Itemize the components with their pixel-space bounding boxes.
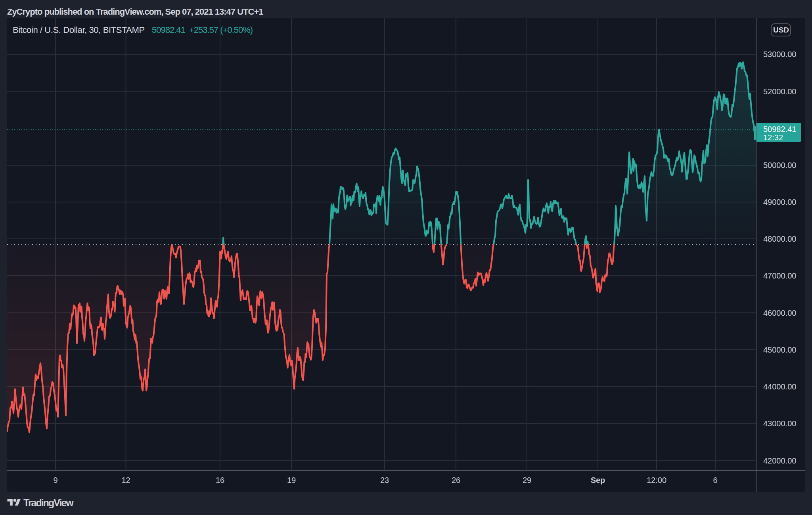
svg-text:19: 19 — [287, 476, 296, 484]
svg-text:12:32: 12:32 — [763, 133, 783, 142]
svg-text:Sep: Sep — [591, 476, 605, 484]
svg-text:TradingView: TradingView — [23, 497, 74, 508]
svg-text:48000.00: 48000.00 — [763, 235, 796, 243]
svg-text:42000.00: 42000.00 — [763, 456, 796, 465]
svg-text:49000.00: 49000.00 — [763, 198, 796, 206]
svg-text:23: 23 — [380, 476, 389, 484]
svg-text:29: 29 — [523, 476, 531, 484]
svg-text:52000.00: 52000.00 — [763, 87, 796, 96]
svg-text:12: 12 — [121, 476, 130, 484]
svg-text:26: 26 — [452, 476, 460, 484]
svg-text:6: 6 — [713, 476, 717, 484]
svg-text:43000.00: 43000.00 — [763, 419, 796, 428]
svg-text:45000.00: 45000.00 — [763, 345, 796, 354]
svg-text:Bitcoin / U.S. Dollar, 30, BIT: Bitcoin / U.S. Dollar, 30, BITSTAMP — [13, 25, 145, 35]
svg-text:12:00: 12:00 — [647, 476, 666, 484]
svg-text:9: 9 — [53, 476, 57, 484]
svg-text:46000.00: 46000.00 — [763, 309, 796, 317]
svg-text:53000.00: 53000.00 — [763, 50, 796, 59]
svg-text:USD: USD — [773, 26, 789, 34]
svg-text:44000.00: 44000.00 — [763, 382, 796, 391]
svg-text:ZyCrypto published on TradingV: ZyCrypto published on TradingView.com, S… — [7, 7, 263, 17]
svg-text:50982.41 +253.57 (+0.50%): 50982.41 +253.57 (+0.50%) — [152, 25, 253, 35]
svg-text:50000.00: 50000.00 — [763, 161, 796, 170]
svg-text:47000.00: 47000.00 — [763, 271, 796, 280]
svg-text:16: 16 — [216, 476, 224, 484]
svg-text:50982.41: 50982.41 — [763, 125, 796, 134]
